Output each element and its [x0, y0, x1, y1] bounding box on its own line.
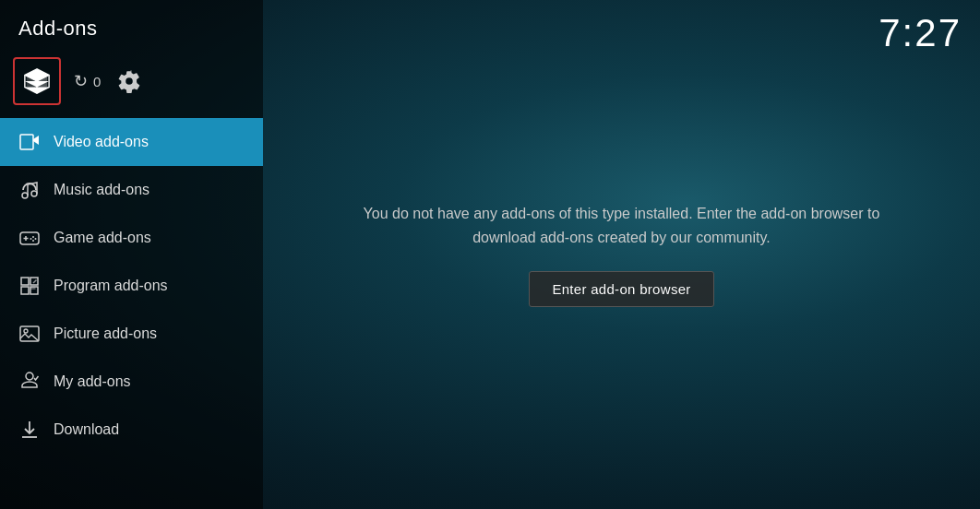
sidebar-item-download[interactable]: Download: [0, 406, 263, 454]
nav-list: Video add-ons Music add-ons: [0, 118, 263, 509]
refresh-button[interactable]: ↻ 0: [74, 71, 101, 91]
sidebar: Add-ons ↻ 0: [0, 0, 263, 509]
sidebar-item-game-label: Game add-ons: [54, 230, 151, 246]
sidebar-item-music[interactable]: Music add-ons: [0, 166, 263, 214]
refresh-icon: ↻: [74, 71, 88, 91]
svg-point-10: [32, 236, 34, 238]
refresh-count: 0: [93, 74, 101, 89]
download-icon: [18, 419, 41, 441]
svg-rect-4: [20, 135, 33, 149]
page-title: Add-ons: [0, 0, 263, 50]
sidebar-item-myaddon-label: My add-ons: [54, 373, 131, 390]
settings-button[interactable]: [114, 65, 145, 97]
svg-point-5: [22, 193, 28, 198]
video-icon: [18, 131, 41, 153]
empty-message: You do not have any add-ons of this type…: [364, 202, 880, 249]
svg-point-15: [24, 329, 28, 333]
sidebar-item-picture-label: Picture add-ons: [54, 326, 157, 342]
sidebar-item-program-label: Program add-ons: [54, 278, 168, 294]
gear-icon: [117, 69, 141, 93]
sidebar-item-video[interactable]: Video add-ons: [0, 118, 263, 166]
sidebar-item-video-label: Video add-ons: [54, 134, 149, 150]
sidebar-toolbar: ↻ 0: [0, 50, 263, 118]
clock-display: 7:27: [878, 11, 962, 55]
svg-point-12: [30, 238, 32, 240]
empty-message-line1: You do not have any add-ons of this type…: [364, 206, 880, 221]
sidebar-item-game[interactable]: Game add-ons: [0, 214, 263, 262]
myaddon-icon: [18, 371, 41, 393]
enter-browser-button[interactable]: Enter add-on browser: [529, 271, 713, 307]
sidebar-item-music-label: Music add-ons: [54, 182, 149, 198]
program-icon: [18, 275, 41, 297]
main-content: You do not have any add-ons of this type…: [263, 0, 980, 509]
empty-message-line2: download add-ons created by our communit…: [472, 230, 771, 245]
addon-box-button[interactable]: [13, 57, 61, 105]
picture-icon: [18, 323, 41, 345]
svg-point-6: [31, 191, 37, 196]
sidebar-item-picture[interactable]: Picture add-ons: [0, 310, 263, 358]
sidebar-item-myaddon[interactable]: My add-ons: [0, 358, 263, 406]
sidebar-item-program[interactable]: Program add-ons: [0, 262, 263, 310]
sidebar-item-download-label: Download: [54, 421, 119, 438]
music-icon: [18, 179, 41, 201]
svg-point-11: [35, 238, 37, 240]
svg-point-13: [32, 240, 34, 242]
box-icon: [23, 67, 51, 95]
game-icon: [18, 227, 41, 249]
